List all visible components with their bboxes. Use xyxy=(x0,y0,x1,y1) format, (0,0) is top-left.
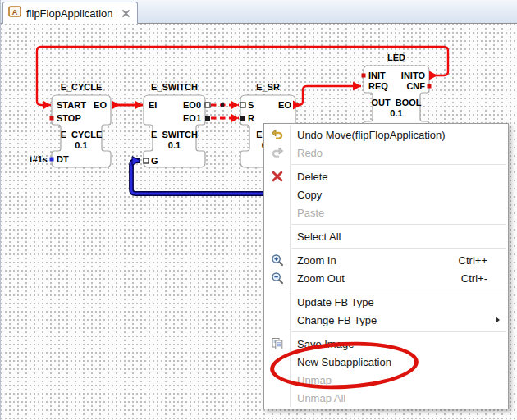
menu-item-label: Delete xyxy=(297,171,328,183)
menu-separator xyxy=(291,248,506,249)
pin-e_cycle-stop[interactable]: STOP xyxy=(57,113,81,123)
pin-e_cycle-dt[interactable]: DT xyxy=(57,154,69,164)
menu-item-redo: Redo xyxy=(265,144,507,162)
pin-led-cnf[interactable]: CNF xyxy=(406,81,425,91)
zoom-in-icon xyxy=(265,253,289,267)
menu-item-change-fb-type[interactable]: Change FB Type xyxy=(265,311,507,329)
wire-switch-eo0-to-sr-s[interactable] xyxy=(211,101,239,110)
fb-e_switch-neck-line: 0.1 xyxy=(168,140,181,150)
menu-item-label: New Subapplication xyxy=(297,356,391,368)
menu-item-label: Select All xyxy=(297,231,341,243)
svg-text:A: A xyxy=(12,8,18,16)
wire-led-inito-to-cycle-start-arrowhead xyxy=(43,101,51,110)
submenu-arrow-icon xyxy=(496,317,500,323)
wire-cycle-eo-to-switch-ei-source-arrow xyxy=(112,101,120,110)
fb-led[interactable]: LEDOUT_BOOL0.1INITREQINITOCNF xyxy=(364,52,429,133)
menu-item-undo-move-flipflopapplication[interactable]: Undo Move(flipFlopApplication) xyxy=(265,126,507,144)
blue-sq-marker xyxy=(50,158,54,162)
menu-item-copy[interactable]: Copy xyxy=(265,185,507,203)
menu-item-label: Copy xyxy=(297,189,322,201)
pin-e_cycle-start[interactable]: START xyxy=(57,100,86,110)
value-label[interactable]: t#1s xyxy=(30,154,48,164)
wire-switch-eo1-to-sr-r[interactable] xyxy=(211,114,239,123)
pin-e_sr-s[interactable]: S xyxy=(248,100,254,110)
redo-icon xyxy=(265,146,289,159)
zoom-out-icon xyxy=(265,272,289,285)
editor-window: A flipFlopApplication E_CYCLEE_CYCLE0.1S… xyxy=(0,0,517,420)
pin-led-req[interactable]: REQ xyxy=(368,81,388,91)
application-icon: A xyxy=(8,6,21,21)
menu-item-label: Update FB Type xyxy=(297,296,374,308)
wire-sr-q-to-switch-g-arrowhead xyxy=(132,157,140,166)
wire-sr-eo-to-led-req-arrowhead xyxy=(353,82,361,91)
menu-item-label: Unmap All xyxy=(297,392,345,404)
wire-led-inito-to-cycle-start-source-arrow xyxy=(429,71,437,80)
red-sq-marker xyxy=(428,84,432,89)
menu-item-unmap: Unmap xyxy=(265,371,507,389)
menu-separator xyxy=(291,290,506,290)
menu-separator xyxy=(291,224,506,225)
wire-sr-eo-to-led-req-source-arrow xyxy=(293,101,301,110)
fb-led-neck-line: 0.1 xyxy=(390,108,402,118)
hollow-sq-marker[interactable] xyxy=(240,103,245,107)
menu-separator xyxy=(291,164,506,165)
menu-item-unmap-all: Unmap All xyxy=(265,389,507,407)
menu-item-update-fb-type[interactable]: Update FB Type xyxy=(265,293,507,311)
tab-title: flipFlopApplication xyxy=(26,7,113,20)
fb-e_sr-instance-label: E_SR xyxy=(256,82,280,92)
pin-e_switch-eo1[interactable]: EO1 xyxy=(183,113,201,123)
menu-item-label: Change FB Type xyxy=(297,314,377,326)
red-sq-marker xyxy=(50,116,54,121)
menu-item-shortcut: Ctrl+- xyxy=(461,272,487,285)
fb-led-neck-line: OUT_BOOL xyxy=(371,98,421,107)
menu-item-save-image[interactable]: Save Image xyxy=(265,335,507,353)
menu-item-delete[interactable]: Delete xyxy=(265,167,507,185)
fb-e_cycle[interactable]: E_CYCLEE_CYCLE0.1STARTSTOPEODT xyxy=(52,82,111,167)
pin-e_switch-eo0[interactable]: EO0 xyxy=(183,100,201,110)
pin-led-inito[interactable]: INITO xyxy=(401,71,426,80)
menu-item-new-subapplication[interactable]: New Subapplication xyxy=(265,353,507,371)
fb-e_switch-neck-line: E_SWITCH xyxy=(151,130,198,139)
menu-item-paste: Paste xyxy=(265,203,507,221)
wire-cycle-eo-to-switch-ei-arrowhead xyxy=(135,101,143,110)
hollow-sq-marker[interactable] xyxy=(144,158,149,163)
wire-switch-eo0-to-sr-s-arrowhead xyxy=(231,101,239,110)
undo-icon xyxy=(265,128,289,141)
fb-e_cycle-neck-line: 0.1 xyxy=(75,140,87,150)
fb-e_cycle-instance-label: E_CYCLE xyxy=(61,82,103,92)
tab-flipflopapplication[interactable]: A flipFlopApplication xyxy=(2,2,138,24)
save-image-icon xyxy=(265,337,289,350)
menu-item-label: Paste xyxy=(297,207,324,219)
delete-icon xyxy=(265,170,289,183)
menu-item-label: Redo xyxy=(297,147,323,159)
wire-sr-eo-to-led-req[interactable] xyxy=(293,82,361,110)
menu-item-label: Unmap xyxy=(297,374,332,386)
menu-item-select-all[interactable]: Select All xyxy=(265,227,507,245)
pin-e_cycle-eo[interactable]: EO xyxy=(94,100,107,110)
menu-item-label: Save Image xyxy=(297,338,354,350)
menu-item-zoom-out[interactable]: Zoom OutCtrl+- xyxy=(265,269,507,287)
filled-sq-marker[interactable] xyxy=(240,116,245,121)
menu-item-zoom-in[interactable]: Zoom InCtrl++ xyxy=(265,251,507,269)
menu-item-label: Zoom Out xyxy=(297,272,345,285)
menu-separator xyxy=(291,331,506,332)
fb-e_switch-instance-label: E_SWITCH xyxy=(151,82,198,92)
pin-e_sr-r[interactable]: R xyxy=(248,113,254,123)
wire-switch-eo1-to-sr-r-arrowhead xyxy=(231,114,239,123)
fb-e_cycle-neck-line: E_CYCLE xyxy=(61,130,103,139)
menu-item-label: Undo Move(flipFlopApplication) xyxy=(297,129,446,141)
fb-led-instance-label: LED xyxy=(387,52,405,62)
menu-item-shortcut: Ctrl++ xyxy=(459,254,487,267)
pin-e_sr-eo[interactable]: EO xyxy=(278,100,291,110)
menu-item-label: Zoom In xyxy=(297,254,336,267)
pin-led-init[interactable]: INIT xyxy=(368,71,386,80)
context-menu: Undo Move(flipFlopApplication)RedoDelete… xyxy=(263,123,509,409)
filled-sq-marker[interactable] xyxy=(205,116,210,121)
pin-e_switch-g[interactable]: G xyxy=(151,156,158,166)
fb-e_switch[interactable]: E_SWITCHE_SWITCH0.1EIEO0EO1G xyxy=(144,82,205,167)
mid-dot-marker xyxy=(221,103,224,107)
pin-e_switch-ei[interactable]: EI xyxy=(149,100,157,110)
wire-cycle-eo-to-switch-ei[interactable] xyxy=(112,101,143,110)
hollow-sq-marker[interactable] xyxy=(205,103,210,107)
tab-close-icon[interactable] xyxy=(121,9,130,18)
